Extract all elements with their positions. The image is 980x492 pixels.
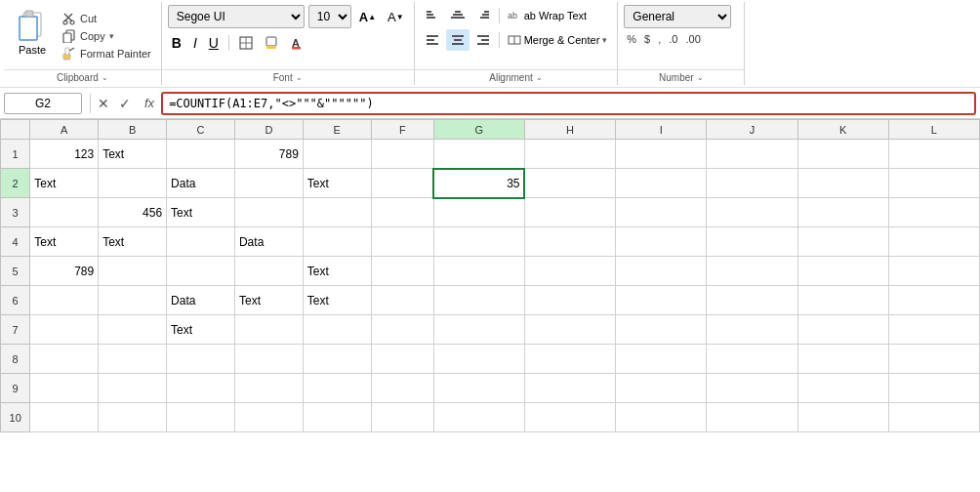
row-num-5[interactable]: 5 bbox=[1, 257, 30, 286]
cell-F1[interactable] bbox=[371, 140, 433, 169]
cell-A6[interactable] bbox=[30, 286, 99, 315]
cell-F6[interactable] bbox=[371, 286, 433, 315]
cell-F3[interactable] bbox=[371, 198, 433, 227]
cell-A2[interactable]: Text bbox=[30, 169, 99, 198]
align-top-center-button[interactable] bbox=[446, 5, 470, 26]
cell-B5[interactable] bbox=[99, 257, 167, 286]
wrap-text-button[interactable]: ab ab Wrap Text bbox=[504, 8, 591, 23]
col-header-F[interactable]: F bbox=[371, 120, 433, 140]
col-header-A[interactable]: A bbox=[30, 120, 99, 140]
cell-G3[interactable] bbox=[433, 198, 524, 227]
cell-G8[interactable] bbox=[433, 345, 524, 374]
row-num-9[interactable]: 9 bbox=[1, 374, 30, 403]
col-header-E[interactable]: E bbox=[303, 120, 371, 140]
cell-F4[interactable] bbox=[371, 227, 433, 257]
cell-L8[interactable] bbox=[888, 345, 979, 374]
col-header-J[interactable]: J bbox=[707, 120, 797, 140]
cell-K9[interactable] bbox=[797, 374, 888, 403]
cell-L5[interactable] bbox=[888, 257, 979, 286]
col-header-K[interactable]: K bbox=[797, 120, 888, 140]
cell-F2[interactable] bbox=[371, 169, 433, 198]
cell-D6[interactable]: Text bbox=[234, 286, 303, 315]
currency-button[interactable]: $ bbox=[641, 32, 653, 46]
col-header-I[interactable]: I bbox=[616, 120, 707, 140]
increase-font-size-button[interactable]: A▲ bbox=[355, 6, 380, 27]
cell-L2[interactable] bbox=[888, 169, 979, 198]
font-label-bar[interactable]: Font ⌄ bbox=[162, 69, 414, 85]
bold-button[interactable]: B bbox=[168, 32, 185, 54]
cell-E9[interactable] bbox=[303, 374, 371, 403]
cell-B8[interactable] bbox=[99, 345, 167, 374]
cell-L3[interactable] bbox=[888, 198, 979, 227]
cell-K4[interactable] bbox=[797, 227, 888, 257]
font-size-dropdown[interactable]: 10 bbox=[308, 5, 351, 28]
cell-J4[interactable] bbox=[707, 227, 797, 257]
cell-J6[interactable] bbox=[707, 286, 797, 315]
align-top-left-button[interactable] bbox=[421, 5, 444, 26]
cell-C1[interactable] bbox=[167, 140, 235, 169]
cell-F8[interactable] bbox=[371, 345, 433, 374]
cell-K8[interactable] bbox=[797, 345, 888, 374]
col-header-C[interactable]: C bbox=[167, 120, 235, 140]
cell-E5[interactable]: Text bbox=[303, 257, 371, 286]
cell-C6[interactable]: Data bbox=[167, 286, 235, 315]
cell-I9[interactable] bbox=[616, 374, 707, 403]
cell-C4[interactable] bbox=[167, 227, 235, 257]
cell-G7[interactable] bbox=[433, 315, 524, 345]
cell-L9[interactable] bbox=[888, 374, 979, 403]
border-button[interactable] bbox=[235, 32, 257, 54]
cell-H8[interactable] bbox=[524, 345, 615, 374]
cell-K3[interactable] bbox=[797, 198, 888, 227]
cell-K1[interactable] bbox=[797, 140, 888, 169]
formula-input[interactable] bbox=[161, 92, 976, 115]
increase-decimal-button[interactable]: .0 bbox=[666, 32, 680, 46]
paste-button[interactable]: Paste bbox=[10, 5, 55, 66]
cell-B9[interactable] bbox=[99, 374, 167, 403]
cell-G4[interactable] bbox=[433, 227, 524, 257]
col-header-H[interactable]: H bbox=[524, 120, 615, 140]
cell-I8[interactable] bbox=[616, 345, 707, 374]
cell-J1[interactable] bbox=[707, 140, 797, 169]
cell-A10[interactable] bbox=[30, 403, 99, 432]
cell-C10[interactable] bbox=[167, 403, 235, 432]
cell-J3[interactable] bbox=[707, 198, 797, 227]
cell-D5[interactable] bbox=[234, 257, 303, 286]
align-center-button[interactable] bbox=[446, 29, 470, 51]
cell-D10[interactable] bbox=[234, 403, 303, 432]
cell-D8[interactable] bbox=[234, 345, 303, 374]
cell-E3[interactable] bbox=[303, 198, 371, 227]
cell-D4[interactable]: Data bbox=[234, 227, 303, 257]
cell-I7[interactable] bbox=[616, 315, 707, 345]
align-right-button[interactable] bbox=[471, 29, 495, 51]
row-num-10[interactable]: 10 bbox=[1, 403, 30, 432]
cell-I5[interactable] bbox=[616, 257, 707, 286]
corner-cell[interactable] bbox=[1, 120, 30, 140]
cell-H7[interactable] bbox=[524, 315, 615, 345]
cell-H10[interactable] bbox=[524, 403, 615, 432]
cell-F10[interactable] bbox=[371, 403, 433, 432]
cell-G10[interactable] bbox=[433, 403, 524, 432]
copy-button[interactable]: Copy ▾ bbox=[59, 28, 155, 44]
col-header-L[interactable]: L bbox=[888, 120, 979, 140]
cell-E8[interactable] bbox=[303, 345, 371, 374]
cell-E6[interactable]: Text bbox=[303, 286, 371, 315]
cell-D2[interactable] bbox=[234, 169, 303, 198]
cell-B6[interactable] bbox=[99, 286, 167, 315]
number-label-bar[interactable]: Number ⌄ bbox=[618, 69, 744, 85]
cell-K5[interactable] bbox=[797, 257, 888, 286]
cell-B7[interactable] bbox=[99, 315, 167, 345]
cell-K7[interactable] bbox=[797, 315, 888, 345]
cell-K6[interactable] bbox=[797, 286, 888, 315]
cell-reference-input[interactable] bbox=[4, 93, 82, 114]
font-color-button[interactable]: A bbox=[286, 32, 307, 54]
cell-I4[interactable] bbox=[616, 227, 707, 257]
cell-J5[interactable] bbox=[707, 257, 797, 286]
cell-G1[interactable] bbox=[433, 140, 524, 169]
cell-E1[interactable] bbox=[303, 140, 371, 169]
insert-function-icon[interactable]: fx bbox=[142, 95, 157, 111]
cell-A1[interactable]: 123 bbox=[30, 140, 99, 169]
col-header-D[interactable]: D bbox=[234, 120, 303, 140]
format-painter-button[interactable]: Format Painter bbox=[59, 46, 155, 62]
align-left-button[interactable] bbox=[421, 29, 444, 51]
row-num-1[interactable]: 1 bbox=[1, 140, 30, 169]
